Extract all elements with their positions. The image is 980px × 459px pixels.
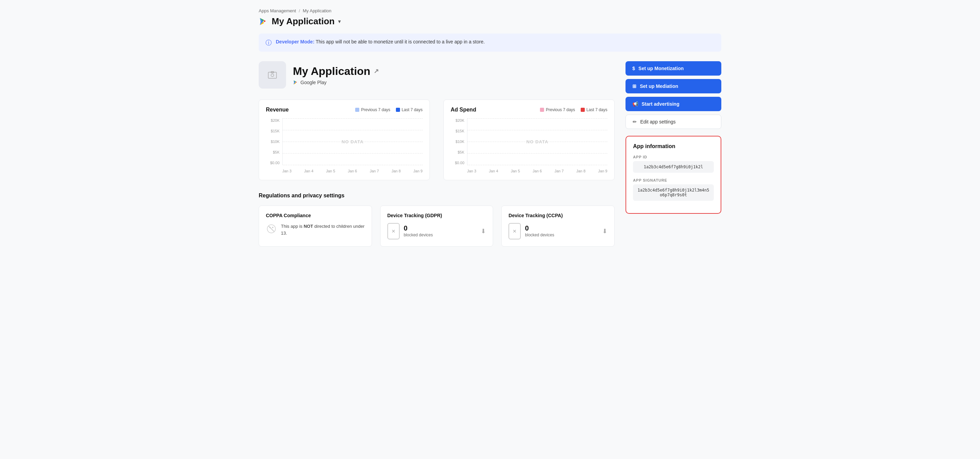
revenue-x-labels: Jan 3Jan 4Jan 5Jan 6Jan 7Jan 8Jan 9 xyxy=(282,169,423,173)
gdpr-count-left: ✕ 0 blocked devices xyxy=(387,223,433,240)
adspend-legend-prev-label: Previous 7 days xyxy=(546,107,575,112)
edit-app-settings-button[interactable]: ✏ Edit app settings xyxy=(625,114,721,129)
coppa-content: This app is NOT directed to children und… xyxy=(266,223,365,236)
app-id-value: 1a2b3c4d5e6f7g8h9i0j1k2l xyxy=(633,161,714,173)
breadcrumb: Apps Management / My Application xyxy=(259,8,721,13)
coppa-card: COPPA Compliance xyxy=(259,206,372,246)
ccpa-count-left: ✕ 0 blocked devices xyxy=(509,223,554,240)
adspend-chart-area: $20K$15K$10K$5K$0.00 NO DATA xyxy=(451,118,608,173)
ccpa-card: Device Tracking (CCPA) ✕ 0 blocked devic… xyxy=(501,206,614,246)
google-play-icon xyxy=(259,17,268,26)
adspend-legend-last-label: Last 7 days xyxy=(587,107,608,112)
ccpa-device-icon: ✕ xyxy=(509,223,521,240)
revenue-legend-last: Last 7 days xyxy=(396,107,423,112)
coppa-title: COPPA Compliance xyxy=(266,213,365,218)
regulations-section: Regulations and privacy settings COPPA C… xyxy=(259,192,614,246)
ccpa-label: blocked devices xyxy=(525,232,554,238)
google-play-store-icon xyxy=(293,80,298,85)
legend-prev-dot xyxy=(355,108,359,112)
edit-settings-label: Edit app settings xyxy=(640,119,676,124)
adspend-chart: Ad Spend Previous 7 days Last 7 days xyxy=(444,100,614,180)
advertising-icon: 📢 xyxy=(632,101,638,107)
set-up-monetization-button[interactable]: $ Set up Monetization xyxy=(625,61,721,76)
gdpr-label: blocked devices xyxy=(404,232,433,238)
adspend-y-labels: $20K$15K$10K$5K$0.00 xyxy=(451,118,465,165)
advertising-label: Start advertising xyxy=(641,101,679,107)
action-buttons: $ Set up Monetization ⊞ Set up Mediation… xyxy=(625,61,721,129)
ccpa-count: 0 xyxy=(525,224,554,232)
ccpa-count-row: ✕ 0 blocked devices ⬇ xyxy=(509,223,608,240)
adspend-chart-header: Ad Spend Previous 7 days Last 7 days xyxy=(451,107,608,113)
adspend-no-data: NO DATA xyxy=(526,139,548,145)
ccpa-download-icon[interactable]: ⬇ xyxy=(602,227,608,235)
regulations-title: Regulations and privacy settings xyxy=(259,192,614,199)
adspend-legend-prev: Previous 7 days xyxy=(540,107,575,112)
charts-row: Revenue Previous 7 days Last 7 days xyxy=(259,100,614,180)
gdpr-count-row: ✕ 0 blocked devices ⬇ xyxy=(387,223,486,240)
app-icon xyxy=(259,61,286,89)
revenue-chart: Revenue Previous 7 days Last 7 days xyxy=(259,100,430,180)
gdpr-count: 0 xyxy=(404,224,433,232)
adspend-chart-title: Ad Spend xyxy=(451,107,476,113)
gdpr-device-icon: ✕ xyxy=(387,223,400,240)
app-signature-value: 1a2b3c4d5e6f7g8h9i0j1k2l3m4n5o6p7q8r9s0t xyxy=(633,184,714,201)
legend-last-label: Last 7 days xyxy=(402,107,423,112)
revenue-legend-prev: Previous 7 days xyxy=(355,107,390,112)
compliance-grid: COPPA Compliance xyxy=(259,206,614,246)
gdpr-count-block: 0 blocked devices xyxy=(404,224,433,238)
developer-mode-banner: ⓘ Developer Mode: This app will not be a… xyxy=(259,33,721,52)
app-store-row: Google Play xyxy=(293,80,379,85)
svg-point-1 xyxy=(271,74,274,76)
breadcrumb-parent[interactable]: Apps Management xyxy=(259,8,296,13)
app-store-name: Google Play xyxy=(301,80,326,85)
revenue-chart-area: $20K$15K$10K$5K$0.00 NO DATA xyxy=(266,118,423,173)
revenue-legend: Previous 7 days Last 7 days xyxy=(355,107,423,112)
app-info-card: App information APP ID 1a2b3c4d5e6f7g8h9… xyxy=(625,136,721,214)
breadcrumb-separator: / xyxy=(299,8,300,13)
legend-last-dot xyxy=(396,108,400,112)
page-title: My Application xyxy=(272,16,335,27)
banner-description: This app will not be able to monetize un… xyxy=(315,39,485,44)
revenue-y-labels: $20K$15K$10K$5K$0.00 xyxy=(266,118,280,165)
external-link-icon[interactable]: ↗ xyxy=(374,67,379,75)
ccpa-count-block: 0 blocked devices xyxy=(525,224,554,238)
start-advertising-button[interactable]: 📢 Start advertising xyxy=(625,97,721,111)
left-panel: My Application ↗ Google Play xyxy=(259,61,614,246)
mediation-icon: ⊞ xyxy=(632,83,636,89)
set-up-mediation-button[interactable]: ⊞ Set up Mediation xyxy=(625,79,721,94)
adspend-legend-prev-dot xyxy=(540,108,544,112)
revenue-chart-title: Revenue xyxy=(266,107,289,113)
edit-icon: ✏ xyxy=(633,119,637,124)
app-header: My Application ↗ Google Play xyxy=(259,61,614,89)
banner-text: Developer Mode: This app will not be abl… xyxy=(276,38,485,46)
gdpr-title: Device Tracking (GDPR) xyxy=(387,213,486,218)
app-name-text: My Application xyxy=(293,65,370,78)
legend-prev-label: Previous 7 days xyxy=(361,107,390,112)
right-panel: $ Set up Monetization ⊞ Set up Mediation… xyxy=(625,61,721,214)
revenue-no-data: NO DATA xyxy=(342,139,363,145)
svg-point-6 xyxy=(272,227,274,228)
revenue-plot-area: NO DATA xyxy=(282,118,423,165)
monetization-icon: $ xyxy=(632,66,635,71)
chart-header: Revenue Previous 7 days Last 7 days xyxy=(266,107,423,113)
info-icon: ⓘ xyxy=(266,39,272,47)
app-id-label: APP ID xyxy=(633,155,714,159)
monetization-label: Set up Monetization xyxy=(638,66,684,71)
adspend-plot-area: NO DATA xyxy=(467,118,608,165)
title-dropdown-arrow[interactable]: ▾ xyxy=(338,18,341,25)
adspend-legend-last-dot xyxy=(581,108,585,112)
coppa-icon xyxy=(266,223,277,236)
svg-line-4 xyxy=(269,226,274,232)
banner-label: Developer Mode: xyxy=(276,39,315,44)
app-title-row: My Application ▾ xyxy=(259,16,721,27)
ccpa-title: Device Tracking (CCPA) xyxy=(509,213,608,218)
adspend-legend-last: Last 7 days xyxy=(581,107,608,112)
gdpr-download-icon[interactable]: ⬇ xyxy=(481,227,486,235)
main-content: My Application ↗ Google Play xyxy=(259,61,721,246)
gdpr-card: Device Tracking (GDPR) ✕ 0 blocked devic… xyxy=(380,206,493,246)
breadcrumb-current: My Application xyxy=(303,8,332,13)
app-signature-label: APP SIGNATURE xyxy=(633,178,714,182)
app-name-large: My Application ↗ xyxy=(293,65,379,78)
adspend-legend: Previous 7 days Last 7 days xyxy=(540,107,608,112)
coppa-text: This app is NOT directed to children und… xyxy=(281,223,365,236)
